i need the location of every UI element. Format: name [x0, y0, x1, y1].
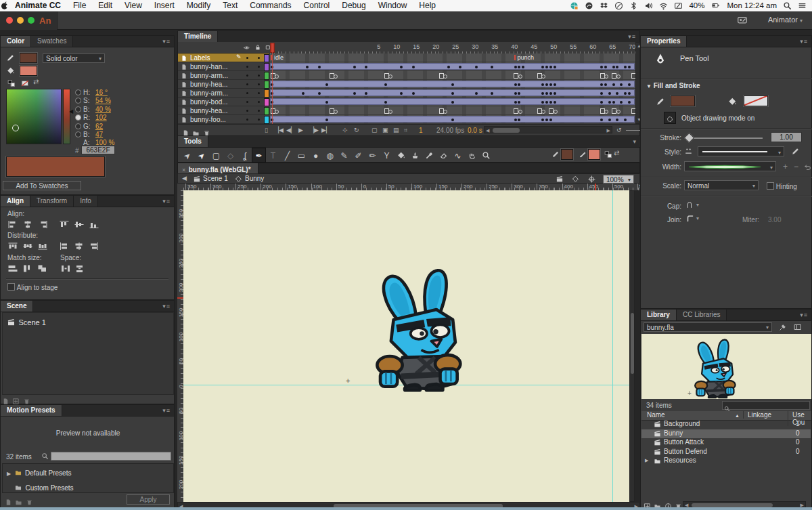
bluetooth-icon[interactable]: [629, 1, 638, 10]
lasso-tool[interactable]: ʆ: [238, 148, 252, 163]
step-back-button[interactable]: ◀▏: [286, 127, 296, 133]
volume-icon[interactable]: [644, 1, 653, 10]
tab-color[interactable]: Color: [1, 36, 31, 47]
dropbox-icon[interactable]: [600, 1, 608, 10]
layer-visible-dot[interactable]: [246, 119, 248, 121]
panel-menu-icon[interactable]: ▾≡: [162, 301, 174, 312]
stroke-color-swatch[interactable]: [671, 95, 695, 106]
line-tool[interactable]: ╱: [280, 148, 294, 163]
library-item-background[interactable]: Background 1: [641, 420, 811, 429]
timeline-vertical-scrollbar[interactable]: ▲▼: [635, 42, 640, 124]
preset-folder-custom[interactable]: Custom Presets: [3, 478, 173, 493]
vertical-guide[interactable]: [612, 190, 613, 502]
tab-library[interactable]: Library: [641, 310, 677, 320]
layer-visible-dot[interactable]: [246, 92, 248, 94]
fill-color-tool-icon[interactable]: [727, 97, 737, 106]
reset-width-icon[interactable]: [803, 163, 811, 171]
preset-search-input[interactable]: [51, 452, 171, 461]
match-width-icon[interactable]: [7, 264, 18, 273]
frames-row-bunny-hea-[interactable]: [270, 106, 635, 115]
scale-dropdown[interactable]: Normal▾: [684, 180, 759, 190]
selection-tool[interactable]: ➤: [181, 148, 195, 163]
join-dropdown-caret[interactable]: ▾: [696, 215, 699, 221]
frames-row-bunny-han-[interactable]: [270, 62, 635, 71]
workspace-switcher[interactable]: Animator ▾: [768, 16, 803, 24]
menu-window[interactable]: Window: [372, 1, 413, 10]
close-document-icon[interactable]: ×: [182, 167, 185, 173]
layer-lock-dot[interactable]: [258, 57, 260, 59]
cap-dropdown-caret[interactable]: ▾: [696, 202, 699, 208]
object-drawing-mode-icon[interactable]: [664, 112, 676, 124]
onion-skin-outlines-button[interactable]: ▣: [382, 127, 388, 133]
layer-visible-dot[interactable]: [246, 83, 248, 85]
fill-color-swatch-none[interactable]: [744, 95, 768, 106]
lock-layers-icon[interactable]: [254, 44, 261, 51]
menu-debug[interactable]: Debug: [336, 1, 371, 10]
menu-view[interactable]: View: [118, 1, 148, 10]
menu-modify[interactable]: Modify: [181, 1, 217, 10]
space-horizontal-icon[interactable]: [75, 264, 86, 273]
color-picker-marker[interactable]: [12, 125, 19, 131]
remove-width-icon[interactable]: −: [794, 162, 798, 171]
layer-outline-chip[interactable]: [264, 89, 269, 98]
menu-commands[interactable]: Commands: [244, 1, 297, 10]
apple-menu-icon[interactable]: [0, 1, 9, 10]
zoom-window-button[interactable]: [28, 17, 35, 24]
delete-preset-icon[interactable]: [26, 498, 33, 506]
paint-brush-tool[interactable]: ✐: [351, 148, 365, 163]
edit-symbols-icon[interactable]: [572, 175, 579, 183]
library-item-button-attack[interactable]: Button Attack 0: [641, 438, 811, 448]
layer-lock-dot[interactable]: [258, 75, 260, 77]
layer-bunny-arm-[interactable]: bunny-arm...: [178, 89, 269, 98]
layer-outline-chip[interactable]: [264, 81, 269, 89]
tab-info[interactable]: Info: [74, 196, 98, 207]
edit-stroke-style-icon[interactable]: [791, 147, 800, 156]
distribute-right-icon[interactable]: [89, 242, 99, 251]
library-item-bunny[interactable]: Bunny 0: [641, 429, 811, 439]
frames-row-bunny-hea-[interactable]: [270, 80, 635, 89]
hex-value-field[interactable]: 663E2F: [81, 146, 115, 154]
layer-visible-dot[interactable]: [246, 110, 248, 112]
align-top-icon[interactable]: [59, 220, 70, 229]
notification-center-icon[interactable]: [798, 1, 807, 10]
hand-tool[interactable]: [465, 148, 479, 163]
breadcrumb-symbol[interactable]: Bunny: [245, 175, 264, 182]
layer-lock-dot[interactable]: [258, 110, 260, 112]
stroke-width-slider[interactable]: [687, 137, 763, 139]
tab-tools[interactable]: Tools: [178, 136, 208, 147]
layer-bunny-foo-[interactable]: bunny-foo...: [178, 115, 269, 124]
stroke-color-tool-icon[interactable]: [656, 97, 665, 106]
zoom-level-dropdown[interactable]: 100%▾: [603, 175, 634, 184]
swap-colors-icon[interactable]: ⇄: [33, 78, 39, 85]
tab-cc-libraries[interactable]: CC Libraries: [677, 310, 727, 320]
pen-tool[interactable]: ✒: [252, 148, 266, 163]
color-picker-field[interactable]: [6, 89, 62, 144]
layer-bunny-arm-[interactable]: bunny-arm...: [178, 71, 269, 80]
text-tool[interactable]: T: [266, 148, 280, 163]
panel-menu-icon[interactable]: ▾≡: [800, 36, 811, 47]
loop-button[interactable]: ↻: [354, 127, 359, 133]
eyedropper-tool[interactable]: [422, 148, 436, 163]
layer-lock-dot[interactable]: [258, 119, 260, 121]
ink-bottle-tool[interactable]: [408, 148, 422, 163]
layer-lock-dot[interactable]: [258, 101, 260, 103]
align-left-icon[interactable]: [7, 220, 18, 229]
width-tool[interactable]: ∿: [451, 148, 465, 163]
free-transform-tool[interactable]: ▢: [209, 148, 223, 163]
brush-tool[interactable]: ✏: [365, 148, 380, 163]
stroke-style-dropdown[interactable]: ▾: [698, 146, 784, 156]
menubar-clock[interactable]: Mon 12:24 am: [727, 1, 777, 9]
layer-bunny-han-[interactable]: bunny-han...: [178, 62, 269, 71]
align-right-icon[interactable]: [37, 220, 48, 229]
layer-lock-dot[interactable]: [258, 83, 260, 85]
gradient-transform-tool[interactable]: ◇: [223, 148, 238, 163]
miter-value[interactable]: 3.00: [768, 216, 781, 224]
eraser-tool[interactable]: [436, 148, 451, 163]
menu-control[interactable]: Control: [298, 1, 336, 10]
step-forward-button[interactable]: ▕▶: [309, 127, 319, 133]
distribute-top-icon[interactable]: [7, 242, 18, 251]
layer-outline-chip[interactable]: [264, 63, 269, 71]
creative-cloud-icon[interactable]: [585, 1, 593, 10]
screen-mode-icon[interactable]: [735, 15, 750, 25]
pin-library-icon[interactable]: [779, 323, 787, 331]
